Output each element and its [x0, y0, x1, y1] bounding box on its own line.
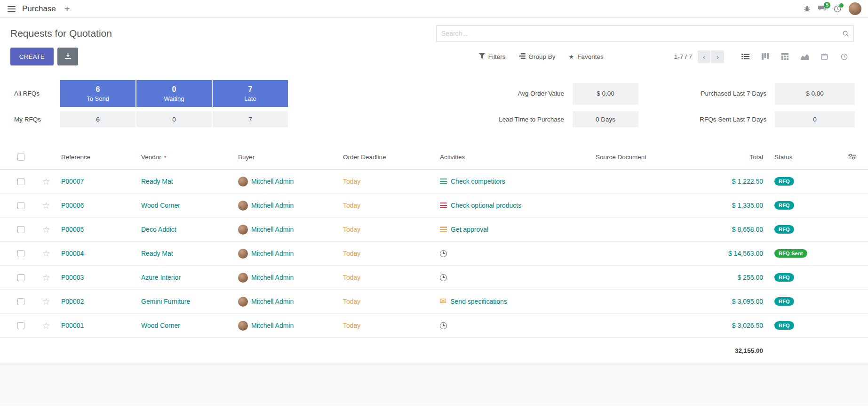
vendor-link[interactable]: Wood Corner — [141, 202, 180, 209]
activity-link[interactable]: Check optional products — [451, 202, 521, 209]
column-header-source-document[interactable]: Source Document — [596, 154, 704, 161]
reference-link[interactable]: P00001 — [61, 322, 84, 329]
checklist-green-icon[interactable] — [440, 179, 447, 184]
buyer-avatar — [238, 249, 248, 259]
my-late[interactable]: 7 — [213, 111, 288, 127]
row-checkbox[interactable] — [17, 298, 24, 305]
my-to-send[interactable]: 6 — [60, 111, 135, 127]
kpi-late[interactable]: 7 Late — [213, 80, 288, 107]
pager-previous-button[interactable]: ‹ — [698, 50, 710, 63]
row-checkbox[interactable] — [17, 202, 24, 209]
pager-next-button[interactable]: › — [711, 50, 724, 63]
row-checkbox[interactable] — [17, 274, 24, 281]
vendor-link[interactable]: Gemini Furniture — [141, 298, 190, 305]
optional-columns-icon[interactable] — [848, 154, 856, 161]
row-checkbox[interactable] — [17, 178, 24, 185]
table-row[interactable]: ☆ P00006 Wood Corner Mitchell Admin Toda… — [0, 194, 868, 218]
my-waiting[interactable]: 0 — [136, 111, 212, 127]
column-header-reference[interactable]: Reference — [61, 154, 141, 161]
favorite-star-icon[interactable]: ☆ — [42, 297, 50, 306]
app-name[interactable]: Purchase — [22, 4, 56, 14]
total-amount: $ 1,222.50 — [732, 178, 763, 185]
column-header-total[interactable]: Total — [704, 154, 774, 161]
calendar-view-icon[interactable] — [814, 49, 834, 64]
user-avatar[interactable] — [849, 2, 861, 15]
select-all-checkbox[interactable] — [17, 154, 24, 161]
search-icon[interactable] — [842, 30, 849, 39]
column-header-activities[interactable]: Activities — [440, 154, 596, 161]
vendor-link[interactable]: Ready Mat — [141, 178, 173, 185]
reference-link[interactable]: P00004 — [61, 250, 84, 257]
search-options: Filters Group By ★ Favorites — [479, 53, 604, 60]
table-row[interactable]: ☆ P00001 Wood Corner Mitchell Admin Toda… — [0, 314, 868, 338]
graph-view-icon[interactable] — [795, 49, 814, 64]
clock-icon[interactable] — [440, 322, 447, 329]
order-deadline: Today — [343, 226, 360, 233]
reference-link[interactable]: P00003 — [61, 274, 84, 281]
column-header-vendor[interactable]: Vendor▾ — [141, 154, 238, 161]
buyer-link[interactable]: Mitchell Admin — [251, 322, 294, 329]
favorite-star-icon[interactable]: ☆ — [42, 273, 50, 282]
activity-link[interactable]: Send specifications — [450, 298, 507, 305]
reference-link[interactable]: P00006 — [61, 202, 84, 209]
reference-link[interactable]: P00005 — [61, 226, 84, 233]
vendor-link[interactable]: Azure Interior — [141, 274, 181, 281]
list-view-icon[interactable] — [735, 49, 755, 64]
export-button[interactable] — [57, 48, 78, 65]
buyer-link[interactable]: Mitchell Admin — [251, 250, 294, 257]
table-row[interactable]: ☆ P00007 Ready Mat Mitchell Admin Today … — [0, 170, 868, 194]
reference-link[interactable]: P00002 — [61, 298, 84, 305]
column-header-buyer[interactable]: Buyer — [238, 154, 343, 161]
favorite-star-icon[interactable]: ☆ — [42, 177, 50, 186]
envelope-icon[interactable] — [440, 298, 446, 305]
dashboard-clock-view-icon[interactable] — [834, 49, 854, 64]
vendor-link[interactable]: Deco Addict — [141, 226, 176, 233]
create-button[interactable]: CREATE — [10, 48, 54, 65]
buyer-link[interactable]: Mitchell Admin — [251, 274, 294, 281]
buyer-link[interactable]: Mitchell Admin — [251, 298, 294, 305]
messages-count-badge: 5 — [824, 2, 830, 8]
column-header-order-deadline[interactable]: Order Deadline — [343, 154, 440, 161]
sort-caret-icon: ▾ — [164, 154, 167, 159]
vendor-link[interactable]: Ready Mat — [141, 250, 173, 257]
activities-clock-icon[interactable] — [834, 5, 841, 13]
row-checkbox[interactable] — [17, 322, 24, 329]
kanban-view-icon[interactable] — [755, 49, 775, 64]
buyer-link[interactable]: Mitchell Admin — [251, 226, 294, 233]
row-checkbox[interactable] — [17, 226, 24, 233]
buyer-link[interactable]: Mitchell Admin — [251, 202, 294, 209]
vendor-link[interactable]: Wood Corner — [141, 322, 180, 329]
kpi-waiting-label: Waiting — [164, 95, 184, 102]
table-row[interactable]: ☆ P00002 Gemini Furniture Mitchell Admin… — [0, 290, 868, 314]
pivot-view-icon[interactable] — [775, 49, 795, 64]
filters-button[interactable]: Filters — [479, 53, 506, 60]
group-by-button[interactable]: Group By — [519, 53, 556, 60]
favorite-star-icon[interactable]: ☆ — [42, 201, 50, 210]
favorite-star-icon[interactable]: ☆ — [42, 321, 50, 330]
checklist-red-icon[interactable] — [440, 203, 447, 208]
purchase-dashboard: All RFQs 6 To Send 0 Waiting 7 Late Avg … — [0, 71, 868, 145]
messages-icon[interactable]: 5 — [818, 5, 826, 12]
activity-link[interactable]: Check competitors — [451, 178, 505, 185]
checklist-yellow-icon[interactable] — [440, 227, 447, 232]
buyer-link[interactable]: Mitchell Admin — [251, 178, 294, 185]
new-tab-icon[interactable]: + — [64, 4, 70, 14]
table-row[interactable]: ☆ P00004 Ready Mat Mitchell Admin Today … — [0, 242, 868, 266]
kpi-to-send[interactable]: 6 To Send — [60, 80, 135, 107]
table-row[interactable]: ☆ P00005 Deco Addict Mitchell Admin Toda… — [0, 218, 868, 242]
row-checkbox[interactable] — [17, 250, 24, 257]
search-input[interactable] — [436, 25, 854, 42]
clock-icon[interactable] — [440, 250, 447, 257]
clock-icon[interactable] — [440, 274, 447, 281]
total-amount: $ 3,095.00 — [732, 298, 763, 305]
table-row[interactable]: ☆ P00003 Azure Interior Mitchell Admin T… — [0, 266, 868, 290]
activity-link[interactable]: Get approval — [451, 226, 488, 233]
favorite-star-icon[interactable]: ☆ — [42, 225, 50, 234]
debug-bug-icon[interactable] — [804, 5, 811, 12]
kpi-waiting[interactable]: 0 Waiting — [136, 80, 212, 107]
reference-link[interactable]: P00007 — [61, 178, 84, 185]
favorite-star-icon[interactable]: ☆ — [42, 249, 50, 258]
apps-menu-icon[interactable] — [8, 6, 16, 12]
favorites-button[interactable]: ★ Favorites — [569, 53, 604, 60]
column-header-status[interactable]: Status — [774, 154, 836, 161]
